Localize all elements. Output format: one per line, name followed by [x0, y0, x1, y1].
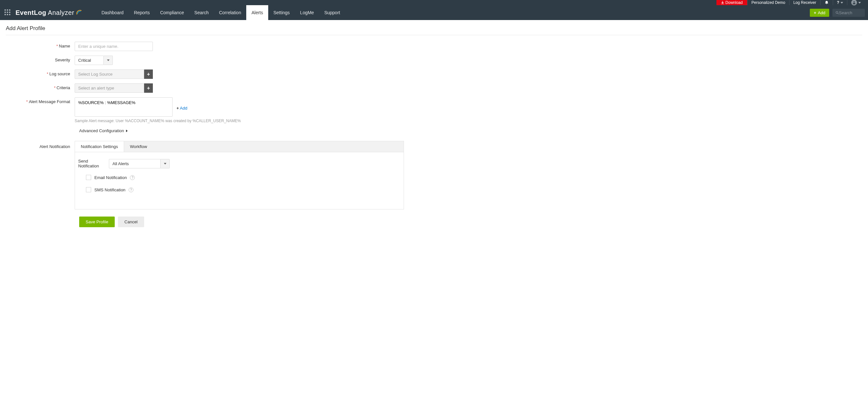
nav-logme[interactable]: LogMe [295, 5, 319, 20]
help-menu[interactable]: ? [833, 0, 847, 5]
tab-notification-settings[interactable]: Notification Settings [75, 141, 124, 152]
nav-dashboard[interactable]: Dashboard [96, 5, 129, 20]
sms-help-icon[interactable]: ? [129, 187, 133, 192]
notification-body: Send Notification All Alerts Email Notif… [75, 152, 404, 209]
add-field-link[interactable]: + Add [177, 99, 187, 117]
send-notification-label: Send Notification [78, 159, 109, 169]
main-nav: EventLog Analyzer Dashboard Reports Comp… [0, 5, 868, 20]
apps-menu-icon[interactable] [4, 9, 11, 16]
logsource-placeholder: Select Log Source [75, 69, 144, 79]
send-notification-caret[interactable] [161, 159, 169, 169]
search-icon [836, 11, 839, 15]
search-input[interactable] [839, 10, 862, 15]
plus-icon: + [147, 71, 150, 77]
add-button[interactable]: + Add [810, 9, 829, 17]
nav-items: Dashboard Reports Compliance Search Corr… [96, 5, 345, 20]
nav-alerts[interactable]: Alerts [246, 5, 268, 20]
save-profile-button[interactable]: Save Profile [79, 216, 115, 227]
nav-right: + Add [810, 5, 868, 20]
sms-notification-checkbox[interactable] [86, 187, 91, 192]
chevron-down-icon [840, 2, 843, 4]
send-notification-select[interactable]: All Alerts [109, 159, 169, 169]
chevron-down-icon [164, 163, 166, 164]
message-format-input[interactable]: %SOURCE% : %MESSAGE% [75, 97, 173, 117]
name-input[interactable] [75, 42, 153, 51]
notification-tabs: Notification Settings Workflow [75, 141, 404, 152]
logo[interactable]: EventLog Analyzer [16, 5, 83, 20]
email-notification-label: Email Notification [94, 175, 127, 180]
nav-compliance[interactable]: Compliance [155, 5, 189, 20]
notifications-button[interactable] [820, 0, 833, 5]
demo-link[interactable]: Personalized Demo [747, 0, 789, 5]
help-icon: ? [837, 0, 839, 5]
severity-caret[interactable] [104, 56, 113, 65]
log-receiver-link[interactable]: Log Receiver [789, 0, 820, 5]
logo-swoosh-icon [75, 9, 83, 17]
page-title: Add Alert Profile [6, 25, 862, 35]
severity-select[interactable]: Critical [75, 56, 113, 65]
message-format-label: *Alert Message Format [6, 97, 75, 104]
svg-point-1 [836, 11, 838, 13]
severity-label: Severity [6, 56, 75, 62]
download-label: Download [725, 0, 743, 5]
cancel-button[interactable]: Cancel [118, 216, 144, 227]
svg-point-0 [854, 1, 855, 3]
plus-icon: + [177, 106, 179, 111]
logsource-label: *Log source [6, 69, 75, 76]
notification-label: Alert Notification [6, 141, 75, 149]
name-label: *Name [6, 42, 75, 49]
criteria-select[interactable]: Select an alert type + [75, 83, 153, 93]
svg-line-2 [838, 13, 839, 14]
tab-workflow[interactable]: Workflow [124, 141, 153, 152]
advanced-config-toggle[interactable]: Advanced Configuration [79, 128, 862, 133]
nav-reports[interactable]: Reports [129, 5, 155, 20]
nav-settings[interactable]: Settings [268, 5, 295, 20]
logsource-select[interactable]: Select Log Source + [75, 69, 153, 79]
criteria-label: *Criteria [6, 83, 75, 90]
send-notification-value: All Alerts [109, 159, 161, 169]
download-icon [721, 1, 724, 4]
sms-notification-label: SMS Notification [94, 187, 125, 192]
global-search[interactable] [833, 9, 865, 17]
criteria-add-button[interactable]: + [144, 83, 153, 93]
email-notification-checkbox[interactable] [86, 175, 91, 180]
severity-value: Critical [75, 56, 104, 65]
user-icon [851, 0, 857, 5]
sample-hint: Sample Alert message: User %ACCOUNT_NAME… [75, 119, 241, 123]
nav-correlation[interactable]: Correlation [214, 5, 246, 20]
chevron-right-icon [126, 130, 128, 132]
page-content: Add Alert Profile *Name Severity Critica… [0, 20, 868, 232]
download-link[interactable]: Download [716, 0, 747, 5]
nav-search[interactable]: Search [189, 5, 214, 20]
plus-icon: + [814, 10, 816, 15]
chevron-down-icon [107, 59, 110, 61]
chevron-down-icon [858, 2, 861, 4]
plus-icon: + [147, 85, 150, 91]
criteria-placeholder: Select an alert type [75, 83, 144, 93]
email-help-icon[interactable]: ? [130, 175, 135, 180]
user-menu[interactable] [847, 0, 865, 5]
nav-support[interactable]: Support [319, 5, 345, 20]
utility-bar: Download Personalized Demo Log Receiver … [0, 0, 868, 5]
bell-icon [825, 0, 829, 5]
logsource-add-button[interactable]: + [144, 69, 153, 79]
